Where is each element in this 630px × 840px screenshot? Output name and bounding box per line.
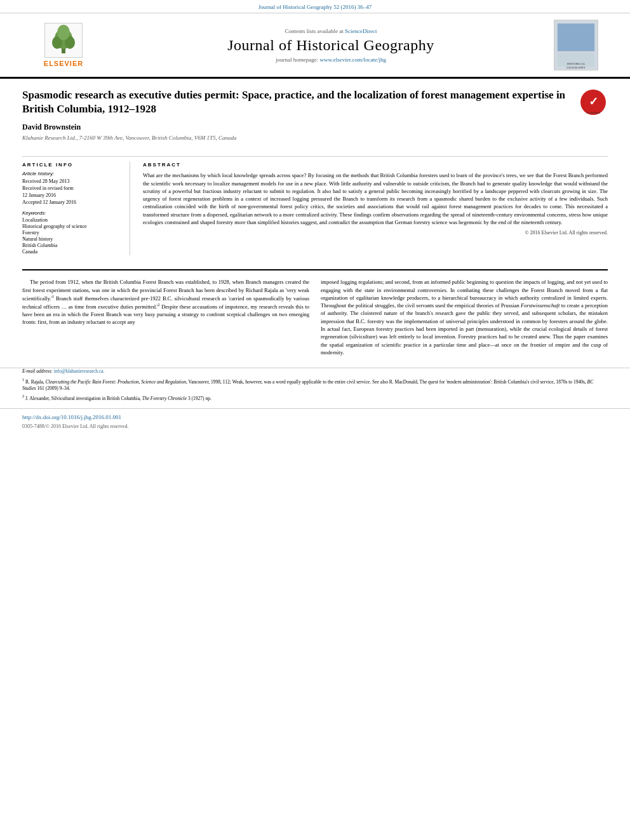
keyword-0: Localization bbox=[22, 217, 120, 223]
svg-text:CrossMark: CrossMark bbox=[586, 111, 601, 114]
doi-link[interactable]: http://dx.doi.org/10.1016/j.jhg.2016.01.… bbox=[22, 414, 608, 420]
left-para-1: The period from 1912, when the British C… bbox=[22, 278, 309, 326]
body-divider bbox=[22, 269, 608, 270]
issn-text: 0305-7488/© 2016 Elsevier Ltd. All right… bbox=[22, 423, 128, 429]
footnote-email: E-mail address: info@klahanieresearch.ca… bbox=[22, 368, 608, 375]
author-affiliation: Klahanie Research Ltd., 7-2160 W 39th Av… bbox=[22, 135, 570, 141]
main-content: Spasmodic research as executive duties p… bbox=[0, 79, 630, 262]
article-abstract: ABSTRACT What are the mechanisms by whic… bbox=[143, 162, 608, 255]
right-column: imposed logging regulations; and second,… bbox=[321, 278, 608, 360]
journal-header: ELSEVIER Contents lists available at Sci… bbox=[0, 13, 630, 79]
journal-citation: Journal of Historical Geography 52 (2016… bbox=[258, 4, 372, 10]
article-columns: The period from 1912, when the British C… bbox=[0, 278, 630, 360]
article-info-title: ARTICLE INFO bbox=[22, 162, 120, 168]
received-revised-label: Received in revised form bbox=[22, 185, 120, 191]
journal-cover-image: HISTORICAL GEOGRAPHY bbox=[554, 20, 598, 70]
elsevier-logo: ELSEVIER bbox=[19, 23, 108, 67]
svg-text:HISTORICAL: HISTORICAL bbox=[567, 62, 586, 65]
science-direct-label: Contents lists available at ScienceDirec… bbox=[108, 28, 554, 34]
article-title-text: Spasmodic research as executive duties p… bbox=[22, 88, 570, 146]
title-divider bbox=[22, 156, 608, 157]
top-citation-bar: Journal of Historical Geography 52 (2016… bbox=[0, 0, 630, 13]
homepage-url[interactable]: www.elsevier.com/locate/jhg bbox=[320, 57, 386, 63]
article-body: ARTICLE INFO Article history: Received 2… bbox=[22, 162, 608, 255]
abstract-title: ABSTRACT bbox=[143, 162, 608, 168]
journal-cover-section: HISTORICAL GEOGRAPHY bbox=[554, 20, 611, 70]
abstract-text: What are the mechanisms by which local k… bbox=[143, 171, 608, 226]
email-link[interactable]: info@klahanieresearch.ca. bbox=[54, 368, 105, 374]
svg-text:GEOGRAPHY: GEOGRAPHY bbox=[566, 66, 586, 69]
keyword-4: British Columbia bbox=[22, 243, 120, 248]
svg-rect-6 bbox=[558, 23, 594, 51]
accepted-date: Accepted 12 January 2016 bbox=[22, 199, 120, 205]
keyword-5: Canada bbox=[22, 249, 120, 255]
article-title-section: Spasmodic research as executive duties p… bbox=[22, 88, 608, 151]
author-name: David Brownstein bbox=[22, 123, 570, 132]
bottom-bar: http://dx.doi.org/10.1016/j.jhg.2016.01.… bbox=[0, 408, 630, 434]
left-column: The period from 1912, when the British C… bbox=[22, 278, 309, 360]
revised-date: 12 January 2016 bbox=[22, 192, 120, 198]
copyright-line: © 2016 Elsevier Ltd. All rights reserved… bbox=[143, 230, 608, 236]
article-info: ARTICLE INFO Article history: Received 2… bbox=[22, 162, 130, 255]
crossmark-logo: ✓ CrossMark bbox=[579, 88, 608, 117]
svg-text:✓: ✓ bbox=[589, 95, 598, 108]
received-date: Received 28 May 2013 bbox=[22, 178, 120, 184]
keyword-2: Forestry bbox=[22, 230, 120, 236]
keywords-label: Keywords: bbox=[22, 210, 120, 216]
footnote-1: 1 R. Rajala, Clearcutting the Pacific Ra… bbox=[22, 377, 608, 392]
keyword-1: Historical geography of science bbox=[22, 223, 120, 229]
keyword-3: Natural history bbox=[22, 236, 120, 242]
footnotes-section: E-mail address: info@klahanieresearch.ca… bbox=[0, 368, 630, 402]
svg-point-4 bbox=[57, 25, 70, 40]
elsevier-text: ELSEVIER bbox=[44, 60, 83, 67]
journal-header-center: Contents lists available at ScienceDirec… bbox=[108, 28, 554, 63]
elsevier-tree-icon bbox=[44, 23, 83, 58]
footnote-2: 2 J. Alexander, Silvicultural investigat… bbox=[22, 394, 608, 402]
history-label: Article history: bbox=[22, 171, 120, 177]
right-para-1: imposed logging regulations; and second,… bbox=[321, 278, 608, 356]
science-direct-link[interactable]: ScienceDirect bbox=[345, 28, 377, 34]
journal-title: Journal of Historical Geography bbox=[108, 37, 554, 54]
journal-homepage: journal homepage: www.elsevier.com/locat… bbox=[108, 57, 554, 63]
article-title: Spasmodic research as executive duties p… bbox=[22, 88, 570, 116]
keywords-list: Localization Historical geography of sci… bbox=[22, 217, 120, 255]
elsevier-logo-section: ELSEVIER bbox=[19, 23, 108, 67]
